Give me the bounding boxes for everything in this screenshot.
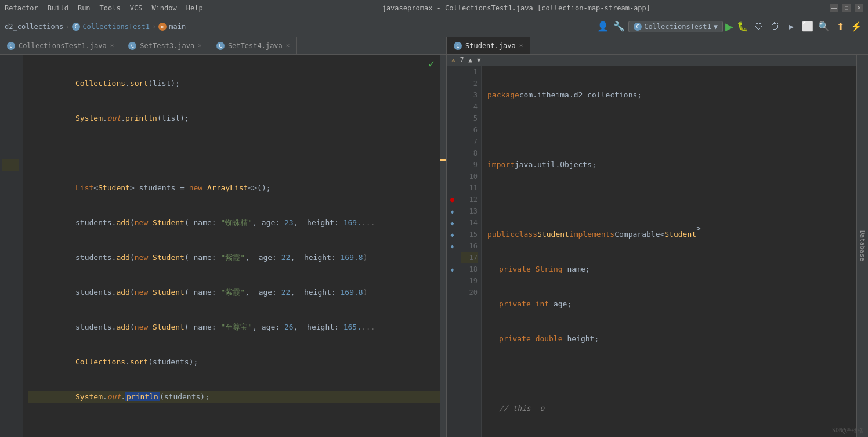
update-button[interactable]: ⬆ [833, 20, 847, 34]
code-line: students.add(new Student( name: "紫霞", ag… [28, 287, 446, 298]
tab-label-student: Student.java [465, 42, 516, 50]
right-code-line-7: private int age; [486, 298, 861, 310]
left-tab-bar: C CollectionsTest1.java × C SetTest3.jav… [0, 37, 447, 54]
warning-count: 7 [460, 56, 464, 64]
window-title: javasepromax - CollectionsTest1.java [co… [203, 4, 830, 12]
right-code-line-5: public class Student implements Comparab… [486, 229, 861, 240]
database-panel[interactable]: Database [856, 55, 868, 437]
wrench-button[interactable]: 🔧 [612, 20, 626, 34]
code-line: Collections.sort(list); [28, 78, 446, 89]
config-icon: C [634, 23, 642, 31]
database-label: Database [859, 230, 866, 261]
code-line: students.add(new Student( name: "蜘蛛精", a… [28, 217, 446, 229]
more-run-button[interactable]: ▸ [784, 20, 798, 34]
tab-icon-c2: C [128, 42, 136, 50]
warning-bar: ⚠ 7 ▲ ▼ [447, 55, 868, 66]
debug-button[interactable]: 🐛 [736, 20, 750, 34]
watermark: SDN@严格格 [832, 427, 863, 435]
breadcrumb-sep1: › [66, 23, 70, 31]
editor-area: Collections.sort(list); System.out.print… [0, 55, 868, 437]
menu-help[interactable]: Help [186, 4, 203, 12]
run-button[interactable]: ▶ [725, 20, 733, 33]
breakpoint-line12[interactable]: ● [447, 194, 458, 205]
tab-settest3[interactable]: C SetTest3.java × [121, 37, 209, 54]
right-code[interactable]: package com.itheima.d2_collections; impo… [482, 66, 861, 437]
warning-nav-up[interactable]: ▲ [468, 56, 472, 64]
menu-refactor[interactable]: Refactor [5, 4, 38, 12]
config-name: CollectionsTest1 [644, 23, 711, 31]
tab-collectionstest1[interactable]: C CollectionsTest1.java × [0, 37, 121, 54]
bookmark-line18[interactable]: ◆ [447, 263, 458, 275]
tab-settest4[interactable]: C SetTest4.java × [209, 37, 298, 54]
stop-button[interactable]: ⬜ [801, 20, 815, 34]
code-line: students.add(new Student( name: "至尊宝", a… [28, 322, 446, 333]
coverage-button[interactable]: 🛡 [752, 20, 766, 34]
run-config-dropdown[interactable]: C CollectionsTest1 ▼ [628, 21, 723, 32]
tab-close-student[interactable]: × [519, 42, 523, 49]
code-line [28, 147, 446, 159]
scroll-marker [440, 159, 446, 161]
right-code-line-9 [486, 368, 861, 380]
tab-icon-c1: C [7, 42, 15, 50]
tab-close-settest4[interactable]: × [286, 42, 290, 49]
breadcrumb-d2collections[interactable]: d2_collections [5, 23, 63, 31]
nav-actions: 👤 🔧 C CollectionsTest1 ▼ ▶ 🐛 🛡 ⏱ ▸ ⬜ 🔍 ⬆… [596, 20, 863, 34]
warning-nav-down[interactable]: ▼ [477, 56, 481, 64]
left-code[interactable]: Collections.sort(list); System.out.print… [23, 55, 446, 437]
left-line-numbers [0, 55, 23, 437]
left-code-container: Collections.sort(list); System.out.print… [0, 55, 446, 437]
maximize-button[interactable]: □ [842, 4, 851, 12]
bookmark-line15[interactable]: ◆ [447, 229, 458, 240]
minimize-button[interactable]: — [830, 4, 838, 12]
bookmark-line14[interactable]: ◆ [447, 217, 458, 229]
bookmark-line13[interactable]: ◆ [447, 205, 458, 217]
menu-window[interactable]: Window [151, 4, 176, 12]
tab-icon-c3: C [216, 42, 225, 50]
tab-close-settest3[interactable]: × [198, 42, 202, 49]
breadcrumb: d2_collections › C CollectionsTest1 › m … [5, 23, 186, 31]
profile-button[interactable]: 👤 [596, 20, 610, 34]
code-line: System.out.println(list); [28, 113, 446, 124]
right-code-container: ● ◆ ◆ ◆ ◆ ◆ 1 2 3 4 5 6 7 8 9 1 [447, 66, 868, 437]
menu-tools[interactable]: Tools [100, 4, 121, 12]
close-button[interactable]: × [855, 4, 863, 12]
breadcrumb-sep2: › [152, 23, 156, 31]
code-line [28, 426, 446, 437]
right-code-line-8: private double height; [486, 333, 861, 345]
plugins-button[interactable]: ⚡ [849, 20, 863, 34]
right-code-line-3: import java.util.Objects; [486, 159, 861, 171]
bookmark-line16[interactable]: ◆ [447, 240, 458, 252]
breadcrumb-collectionstest1[interactable]: CollectionsTest1 [82, 23, 150, 31]
config-dropdown-arrow: ▼ [714, 23, 718, 31]
left-editor-pane: Collections.sort(list); System.out.print… [0, 55, 447, 437]
main-method-icon: m [158, 23, 167, 31]
right-line-numbers: 1 2 3 4 5 6 7 8 9 10 11 12 13 14 15 16 1… [458, 66, 482, 437]
tab-student[interactable]: C Student.java × [447, 37, 530, 54]
menu-bar: Refactor Build Run Tools VCS Window Help [5, 4, 203, 12]
menu-build[interactable]: Build [48, 4, 68, 12]
right-code-line-6: private String name; [486, 263, 861, 275]
breadcrumb-main[interactable]: main [169, 23, 186, 31]
code-line: List<Student> students = new ArrayList<>… [28, 182, 446, 194]
right-code-line-2 [486, 124, 861, 136]
menu-vcs[interactable]: VCS [130, 4, 143, 12]
profile-run-button[interactable]: ⏱ [768, 20, 782, 34]
nav-bar: d2_collections › C CollectionsTest1 › m … [0, 16, 868, 37]
menu-run[interactable]: Run [78, 4, 91, 12]
search-button[interactable]: 🔍 [817, 20, 831, 34]
right-code-line-1: package com.itheima.d2_collections; [486, 89, 861, 101]
right-code-line-4 [486, 194, 861, 205]
tab-label-settest3: SetTest3.java [140, 42, 194, 50]
gutter-icons: ● ◆ ◆ ◆ ◆ ◆ [447, 66, 458, 437]
code-line: students.add(new Student( name: "紫霞", ag… [28, 252, 446, 263]
title-bar: Refactor Build Run Tools VCS Window Help… [0, 0, 868, 16]
tab-close-collectionstest1[interactable]: × [110, 42, 114, 49]
code-line: Collections.sort(students); [28, 356, 446, 368]
window-controls: — □ × [830, 4, 863, 12]
right-code-line-10: // this o [486, 403, 861, 414]
right-editor-pane: ⚠ 7 ▲ ▼ ● ◆ ◆ ◆ ◆ [447, 55, 868, 437]
warning-icon: ⚠ [451, 56, 455, 64]
tab-icon-student: C [454, 42, 462, 50]
right-tab-bar: C Student.java × [447, 37, 868, 54]
tab-label-collectionstest1: CollectionsTest1.java [19, 42, 107, 50]
